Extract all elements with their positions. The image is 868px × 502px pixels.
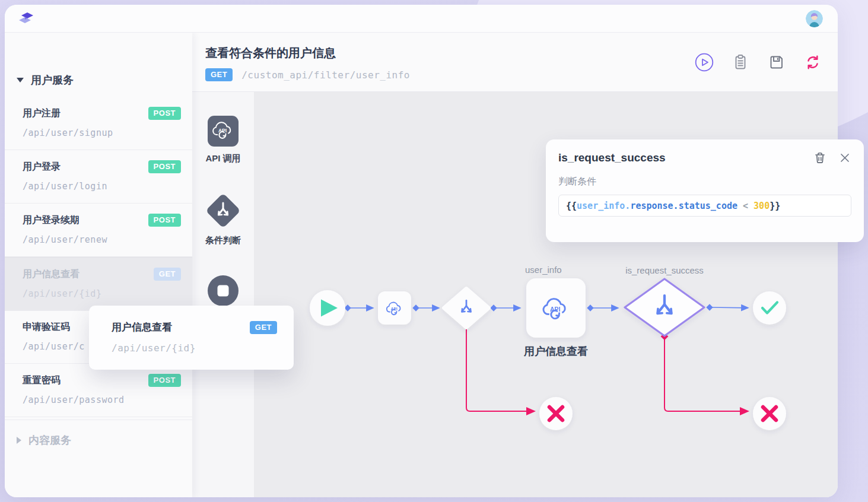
api-path: /api/user/{id} bbox=[23, 288, 181, 299]
condition-node-is-request-success[interactable] bbox=[625, 279, 704, 336]
ghost-api-name: 用户信息查看 bbox=[112, 320, 172, 334]
api-name: 申请验证码 bbox=[23, 321, 70, 333]
sidebar-item-user-login[interactable]: 用户登录 POST /api/user/login bbox=[5, 150, 192, 204]
success-node[interactable] bbox=[753, 291, 786, 325]
expr-open: {{ bbox=[566, 201, 577, 211]
api-call-label: API 调用 bbox=[205, 153, 240, 164]
fail-node-1[interactable] bbox=[539, 397, 573, 430]
endpoint-header: 查看符合条件的用户信息 GET /custom_api/filter/user_… bbox=[192, 33, 838, 92]
endpoint-path: /custom_api/filter/user_info bbox=[241, 69, 410, 81]
api-name: 用户登录 bbox=[23, 161, 61, 173]
expr-value: 300 bbox=[753, 201, 770, 211]
api-node-small[interactable]: API bbox=[378, 291, 411, 325]
section-label: 内容服务 bbox=[28, 433, 71, 447]
api-call-icon: API bbox=[208, 116, 239, 147]
main-area: 查看符合条件的用户信息 GET /custom_api/filter/user_… bbox=[192, 33, 838, 497]
sidebar-item-user-renew[interactable]: 用户登录续期 POST /api/user/renew bbox=[5, 204, 192, 257]
palette-tool-condition[interactable]: 条件判断 bbox=[192, 193, 254, 246]
save-button[interactable] bbox=[767, 53, 786, 72]
user-avatar[interactable] bbox=[806, 10, 823, 27]
delete-node-button[interactable] bbox=[813, 151, 826, 164]
svg-text:API: API bbox=[391, 307, 398, 311]
sidebar-item-reset-password[interactable]: 重置密码 POST /api/user/password bbox=[5, 364, 192, 417]
expr-operator: < bbox=[737, 201, 753, 211]
method-badge: POST bbox=[148, 107, 181, 120]
run-button[interactable] bbox=[695, 53, 714, 72]
start-node[interactable] bbox=[310, 290, 345, 326]
close-panel-button[interactable] bbox=[838, 151, 851, 164]
node-var-label: is_request_success bbox=[625, 265, 704, 275]
api-path: /api/user/renew bbox=[23, 234, 181, 245]
app-logo bbox=[17, 9, 35, 27]
method-badge: POST bbox=[148, 374, 181, 387]
ghost-api-path: /api/user/{id} bbox=[112, 342, 277, 354]
palette-tool-end[interactable] bbox=[192, 275, 254, 307]
condition-expression-input[interactable]: {{user_info.response.status_code < 300}} bbox=[558, 195, 851, 217]
expr-variable: user_info. bbox=[577, 201, 630, 211]
drag-ghost-card[interactable]: 用户信息查看 GET /api/user/{id} bbox=[89, 306, 294, 370]
api-path: /api/user/login bbox=[23, 181, 181, 192]
expr-close: }} bbox=[770, 201, 780, 211]
app-window: 用户服务 用户注册 POST /api/user/signup 用户登录 POS… bbox=[5, 5, 838, 497]
fail-node-2[interactable] bbox=[753, 397, 786, 430]
chevron-down-icon bbox=[17, 78, 24, 82]
node-var-label: user_info bbox=[525, 265, 562, 275]
svg-text:API: API bbox=[550, 306, 561, 313]
condition-icon bbox=[204, 193, 242, 228]
clipboard-icon[interactable] bbox=[731, 53, 750, 72]
api-node-user-info[interactable]: API bbox=[526, 278, 586, 338]
method-badge: POST bbox=[148, 160, 181, 173]
section-label: 用户服务 bbox=[31, 73, 74, 87]
svg-text:API: API bbox=[218, 128, 227, 134]
method-badge: GET bbox=[154, 268, 181, 281]
palette-tool-api-call[interactable]: API API 调用 bbox=[192, 116, 254, 164]
api-name: 用户信息查看 bbox=[23, 268, 80, 281]
expr-property: response.status_code bbox=[630, 201, 737, 211]
api-path: /api/user/signup bbox=[23, 128, 181, 138]
api-name: 用户注册 bbox=[23, 107, 61, 120]
sidebar-section-user-services[interactable]: 用户服务 bbox=[5, 69, 192, 97]
chevron-right-icon bbox=[17, 437, 21, 444]
api-path: /api/user/password bbox=[23, 395, 181, 405]
end-node-icon bbox=[207, 275, 239, 307]
page-background: 用户服务 用户注册 POST /api/user/signup 用户登录 POS… bbox=[0, 0, 868, 502]
flow-edges-fail bbox=[466, 326, 748, 411]
sidebar-item-user-info-dragging[interactable]: 用户信息查看 GET /api/user/{id} bbox=[5, 257, 192, 311]
condition-node-1[interactable] bbox=[444, 288, 489, 328]
condition-editor-panel: is_request_success 判断条件 {{user_info.resp… bbox=[546, 139, 864, 242]
method-badge: POST bbox=[148, 214, 181, 227]
endpoint-method-badge: GET bbox=[205, 68, 233, 81]
api-name: 用户登录续期 bbox=[23, 214, 80, 227]
node-palette: API API 调用 条件判 bbox=[192, 92, 254, 497]
topbar bbox=[5, 5, 838, 33]
condition-field-label: 判断条件 bbox=[558, 176, 851, 188]
sidebar-item-user-signup[interactable]: 用户注册 POST /api/user/signup bbox=[5, 97, 192, 150]
condition-label: 条件判断 bbox=[205, 235, 241, 246]
refresh-button[interactable] bbox=[803, 53, 822, 72]
ghost-method-badge: GET bbox=[250, 321, 277, 334]
sidebar-section-content-services[interactable]: 内容服务 bbox=[5, 420, 192, 460]
node-title: 用户信息查看 bbox=[523, 345, 588, 357]
api-name: 重置密码 bbox=[23, 374, 61, 387]
panel-title: is_request_success bbox=[558, 151, 666, 164]
sidebar-api-list: 用户服务 用户注册 POST /api/user/signup 用户登录 POS… bbox=[5, 33, 192, 497]
